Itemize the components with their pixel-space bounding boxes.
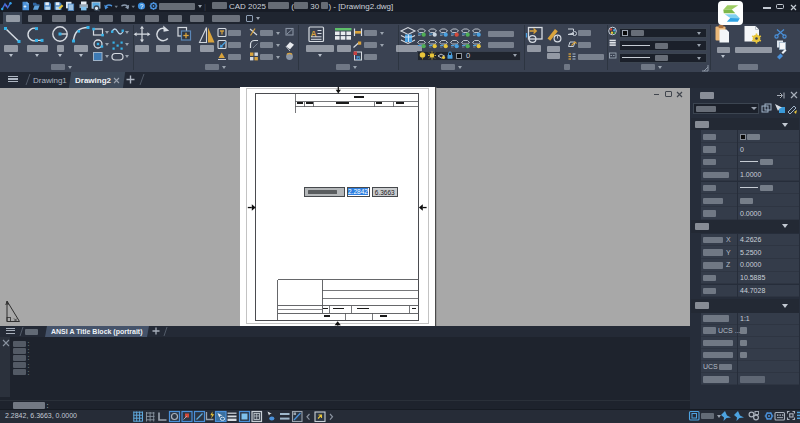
svg-text:B: B [357,55,361,61]
svg-text:?: ? [140,3,144,10]
svg-text:A: A [311,29,317,39]
